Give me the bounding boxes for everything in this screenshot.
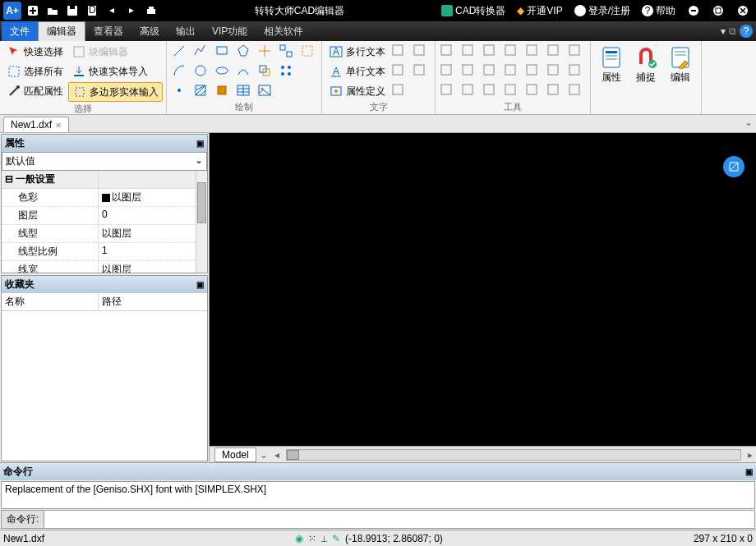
join-icon[interactable]	[460, 82, 475, 97]
dim-icon[interactable]	[439, 62, 454, 77]
align2-icon[interactable]	[546, 62, 560, 77]
property-row[interactable]: 线型以图层	[2, 225, 207, 243]
context-help-icon[interactable]: ?	[740, 25, 753, 38]
status-snap-icon[interactable]: ✎	[332, 533, 340, 544]
property-row[interactable]: 图层0	[2, 207, 207, 225]
arc-icon[interactable]	[170, 62, 188, 79]
property-row[interactable]: 线宽以图层	[2, 261, 207, 273]
menu-editor[interactable]: 编辑器	[38, 21, 85, 41]
model-tab[interactable]: Model	[214, 447, 256, 462]
offset-icon[interactable]	[256, 62, 274, 79]
scrollbar-vertical[interactable]	[196, 171, 207, 273]
help-link[interactable]: ?帮助	[638, 2, 679, 20]
save-icon[interactable]	[63, 2, 81, 20]
pin-icon[interactable]: ▣	[196, 139, 204, 148]
properties-panel-header[interactable]: 属性▣	[2, 135, 207, 152]
polygon-icon[interactable]	[234, 43, 252, 59]
canvas-badge-icon[interactable]	[723, 156, 744, 177]
scroll-left-icon[interactable]: ◂	[271, 449, 283, 461]
file-tab[interactable]: New1.dxf✕	[3, 117, 69, 132]
spell-icon[interactable]	[412, 43, 426, 57]
close-tab-icon[interactable]: ✕	[55, 121, 62, 130]
scroll-right-icon[interactable]: ▸	[744, 449, 756, 461]
circle-icon[interactable]	[191, 62, 210, 79]
multiline-text-button[interactable]: A多行文本	[325, 43, 389, 61]
region-icon[interactable]	[298, 43, 316, 59]
layer-dropdown-icon[interactable]: ▾	[721, 25, 726, 37]
edit-button[interactable]: 编辑	[663, 43, 698, 88]
pattern2-icon[interactable]	[277, 62, 295, 79]
single-text-button[interactable]: A单行文本	[325, 62, 389, 80]
chamfer-icon[interactable]	[503, 82, 518, 97]
menu-vip[interactable]: VIP功能	[204, 21, 256, 41]
trim-icon[interactable]	[567, 43, 582, 57]
property-row[interactable]: 线型比例1	[2, 243, 207, 261]
align-icon[interactable]	[390, 82, 405, 97]
attr-def-button[interactable]: 属性定义	[325, 82, 389, 100]
property-grid[interactable]: ⊟ 一般设置 色彩以图层图层0线型以图层线型比例1线宽以图层	[2, 171, 207, 273]
quick-select-button[interactable]: 快速选择	[3, 43, 67, 61]
maximize-button[interactable]	[709, 2, 727, 20]
find-icon[interactable]	[390, 43, 405, 57]
stretch-icon[interactable]	[546, 82, 560, 97]
table-icon[interactable]	[234, 82, 252, 99]
polyline-icon[interactable]	[191, 43, 210, 59]
curve-icon[interactable]	[234, 62, 252, 79]
pin-icon[interactable]: ▣	[196, 280, 204, 289]
favorites-panel-header[interactable]: 收藏夹▣	[2, 276, 207, 293]
layer-icon[interactable]	[567, 82, 582, 97]
menu-related[interactable]: 相关软件	[256, 21, 311, 41]
block-icon[interactable]	[213, 82, 231, 99]
rect-icon[interactable]	[213, 43, 231, 59]
select-all-button[interactable]: 选择所有	[3, 62, 67, 80]
array-icon[interactable]	[546, 43, 560, 57]
collapse-icon[interactable]: ⊟	[5, 173, 13, 185]
explode-icon[interactable]	[567, 62, 582, 77]
close-button[interactable]	[734, 2, 752, 20]
quick-import-button[interactable]: 快速实体导入	[68, 62, 163, 80]
cad-converter-link[interactable]: CAD转换器	[438, 2, 509, 20]
pin-icon[interactable]: ▣	[745, 467, 753, 476]
login-link[interactable]: 登录/注册	[571, 2, 634, 20]
menu-advanced[interactable]: 高级	[131, 21, 168, 41]
layout-overflow-icon[interactable]: ⌄	[256, 449, 271, 461]
leader-icon[interactable]	[503, 62, 518, 77]
snap-button[interactable]: 捕捉	[629, 43, 663, 88]
print-icon[interactable]	[142, 2, 160, 20]
dim2-icon[interactable]	[460, 62, 475, 77]
new-icon[interactable]	[24, 2, 42, 20]
copy-icon[interactable]	[460, 43, 475, 57]
menu-file[interactable]: 文件	[2, 21, 38, 41]
undo-icon[interactable]	[103, 2, 121, 20]
menu-output[interactable]: 输出	[168, 21, 204, 41]
cloud-icon[interactable]	[524, 62, 539, 77]
open-icon[interactable]	[44, 2, 62, 20]
rotate-icon[interactable]	[482, 43, 496, 57]
command-panel-header[interactable]: 命令行▣	[0, 463, 756, 480]
favorites-list[interactable]	[2, 311, 207, 461]
pdf-icon[interactable]: PDF	[83, 2, 101, 20]
extend-icon[interactable]	[524, 82, 539, 97]
status-grid-icon[interactable]: ⁙	[308, 533, 316, 544]
minimize-button[interactable]	[685, 2, 703, 20]
pattern-icon[interactable]	[277, 43, 295, 59]
height-icon[interactable]	[390, 62, 405, 77]
hatch-icon[interactable]	[191, 82, 210, 99]
fillet-icon[interactable]	[482, 82, 496, 97]
image-icon[interactable]	[256, 82, 274, 99]
move-icon[interactable]	[256, 43, 274, 59]
window-restore-icon[interactable]: ⧉	[729, 25, 736, 37]
mirror-icon[interactable]	[503, 43, 518, 57]
line-icon[interactable]	[170, 43, 188, 59]
properties-button[interactable]: 属性	[594, 43, 629, 88]
dim3-icon[interactable]	[482, 62, 496, 77]
scale-icon[interactable]	[524, 43, 539, 57]
scrollbar-horizontal[interactable]	[286, 449, 741, 461]
block-editor-button[interactable]: 块编辑器	[68, 43, 163, 61]
break-icon[interactable]	[439, 82, 454, 97]
redo-icon[interactable]	[122, 2, 141, 20]
status-ortho-icon[interactable]: ⟂	[321, 533, 327, 544]
move2-icon[interactable]	[439, 43, 454, 57]
default-value-dropdown[interactable]: 默认值⌄	[2, 152, 207, 171]
vip-link[interactable]: ◆开通VIP	[514, 2, 565, 20]
